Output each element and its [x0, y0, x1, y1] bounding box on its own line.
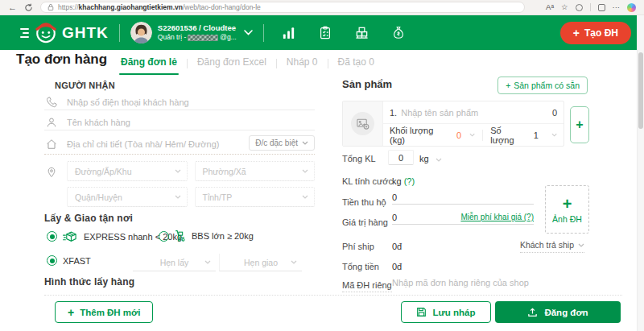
chevron-down-icon: [302, 195, 308, 199]
orders-clipboard-icon[interactable]: [318, 25, 332, 40]
radio-bbs[interactable]: [159, 231, 169, 242]
read-aloud-icon[interactable]: Aᵃ: [546, 3, 554, 11]
add-order-button[interactable]: + Thêm ĐH mới: [55, 301, 153, 323]
ghtk-logo[interactable]: GHTK: [19, 21, 109, 44]
order-photo-label: Ảnh ĐH: [552, 214, 582, 224]
url-bar[interactable]: https://khachhang.giaohangtietkiem.vn/we…: [40, 2, 525, 13]
quantity-label: Số lượng: [490, 126, 523, 145]
create-order-button[interactable]: + Tạo ĐH: [560, 22, 631, 44]
goods-value-field: Miễn phí khai giá (?): [392, 210, 534, 225]
shipping-heading: Lấy & Giao tận nơi: [44, 213, 133, 224]
available-product-button[interactable]: + Sản phẩm có sẵn: [497, 77, 588, 94]
ship-payer-dropdown[interactable]: Khách trả ship: [520, 240, 584, 253]
chevron-down-icon[interactable]: [436, 158, 442, 162]
tab-single-order[interactable]: Đăng đơn lẻ: [111, 52, 187, 75]
private-code-input[interactable]: [392, 278, 553, 288]
ward-dropdown[interactable]: Phường/Xã: [195, 161, 316, 181]
goods-value-label: Giá trị hàng: [342, 217, 388, 227]
total-money-label: Tổng tiền: [342, 262, 379, 271]
delivery-time-dropdown[interactable]: Hẹn giao: [219, 254, 302, 271]
free-declare-link[interactable]: Miễn phí khai giá (?): [460, 213, 534, 221]
tab-created[interactable]: Đã tạo 0: [328, 52, 384, 75]
plus-icon: +: [563, 196, 572, 212]
chevron-down-icon[interactable]: [469, 133, 475, 137]
tab-excel-order[interactable]: Đăng đơn Excel: [188, 52, 276, 75]
logo-text: GHTK: [62, 24, 109, 42]
bbs-option[interactable]: BBS lớn ≥ 20kg: [159, 230, 254, 242]
product-index: 1.: [390, 108, 397, 118]
lock-icon: [47, 3, 54, 11]
total-weight-input[interactable]: [388, 150, 414, 165]
street-dropdown[interactable]: Đường/Ấp/Khu: [67, 161, 188, 181]
upload-icon: [527, 307, 538, 317]
weight-unit[interactable]: kg: [419, 154, 429, 163]
phone-input[interactable]: [67, 97, 315, 107]
warehouse-icon[interactable]: [354, 25, 369, 40]
add-product-image-button[interactable]: [351, 112, 374, 135]
plus-icon: +: [573, 27, 580, 39]
trolley-icon: [174, 230, 187, 242]
address-input[interactable]: [67, 139, 249, 149]
browser-menu-icon[interactable]: ···: [613, 3, 621, 11]
chevron-down-icon[interactable]: [551, 133, 557, 137]
order-photo-upload[interactable]: + Ảnh ĐH: [545, 185, 589, 234]
help-icon[interactable]: (?): [404, 176, 415, 186]
extensions-icon[interactable]: [576, 4, 583, 11]
submit-order-button[interactable]: Đăng đơn: [495, 301, 621, 323]
product-heading: Sản phẩm: [342, 78, 392, 90]
cod-input[interactable]: [392, 192, 440, 202]
ghtk-create-order-page: ← https://khachhang.giaohangtietkiem.vn/…: [0, 0, 644, 331]
chevron-down-icon: [578, 243, 584, 247]
express-package-icon: [62, 230, 79, 243]
phone-icon: [44, 97, 67, 108]
image-plus-icon: [356, 117, 369, 130]
xfast-row: XFAST Hẹn lấy Hẹn giao: [44, 254, 315, 271]
redacted-email: [188, 35, 218, 41]
stats-icon[interactable]: [281, 25, 296, 40]
weight-label: Khối lượng (kg): [390, 126, 445, 145]
quantity-value[interactable]: 1: [534, 130, 539, 140]
plus-icon: +: [576, 118, 583, 132]
add-product-row-button[interactable]: +: [570, 106, 589, 143]
radio-xfast[interactable]: [47, 255, 57, 266]
chevron-down-icon[interactable]: [244, 30, 253, 35]
url-text: https://khachhang.giaohangtietkiem.vn/we…: [58, 3, 261, 11]
product-fields: 1. 0 Khối lượng (kg) 0 Số lượng 1: [383, 101, 564, 146]
app-header: GHTK S22601536 / Cloudtee Quản trị -@g..…: [0, 15, 644, 50]
chevron-down-icon: [291, 260, 297, 264]
phone-input-row: [44, 94, 315, 110]
header-divider: [119, 24, 120, 42]
copilot-icon[interactable]: [627, 3, 636, 12]
special-address-dropdown[interactable]: Đ/c đặc biệt: [249, 135, 315, 151]
favorites-star-icon[interactable]: ☆: [561, 3, 568, 11]
receiver-heading: NGƯỜI NHẬN: [55, 81, 115, 90]
ship-fee-value: 0đ: [392, 242, 402, 251]
avatar[interactable]: [130, 22, 152, 43]
scrollbar-thumb[interactable]: [638, 52, 643, 129]
back-icon[interactable]: ←: [8, 3, 17, 12]
collections-icon[interactable]: [598, 4, 605, 11]
district-dropdown[interactable]: Quận/Huyện: [67, 187, 188, 207]
goods-value-input[interactable]: [392, 213, 440, 222]
weight-value[interactable]: 0: [456, 130, 461, 140]
user-info[interactable]: S22601536 / Cloudtee Quản trị -@g...: [158, 23, 237, 42]
province-dropdown[interactable]: Tỉnh/TP: [195, 187, 316, 207]
address-input-row: Đ/c đặc biệt: [44, 134, 315, 155]
area-select-block: Đường/Ấp/Khu Phường/Xã Quận/Huyện Tỉnh/T…: [44, 161, 315, 207]
product-name-input[interactable]: [401, 108, 548, 118]
speed-lines-icon: [19, 24, 30, 42]
user-name: S22601536 / Cloudtee: [158, 23, 237, 33]
tab-drafts[interactable]: Nháp 0: [277, 52, 328, 75]
page-scrollbar[interactable]: [637, 15, 644, 331]
money-bag-icon[interactable]: [391, 25, 406, 40]
refresh-icon[interactable]: [24, 3, 33, 12]
customer-name-input[interactable]: [67, 118, 315, 127]
ship-fee-label: Phí ship: [342, 242, 374, 251]
ghtk-face-icon: [34, 21, 58, 44]
radio-express[interactable]: [47, 231, 57, 242]
xfast-option[interactable]: XFAST: [47, 255, 91, 266]
save-draft-button[interactable]: Lưu nháp: [401, 301, 491, 323]
pickup-time-dropdown[interactable]: Hẹn lấy: [133, 254, 216, 271]
product-row-value: 0: [552, 108, 557, 118]
browser-actions: Aᵃ ☆ ···: [546, 3, 636, 12]
